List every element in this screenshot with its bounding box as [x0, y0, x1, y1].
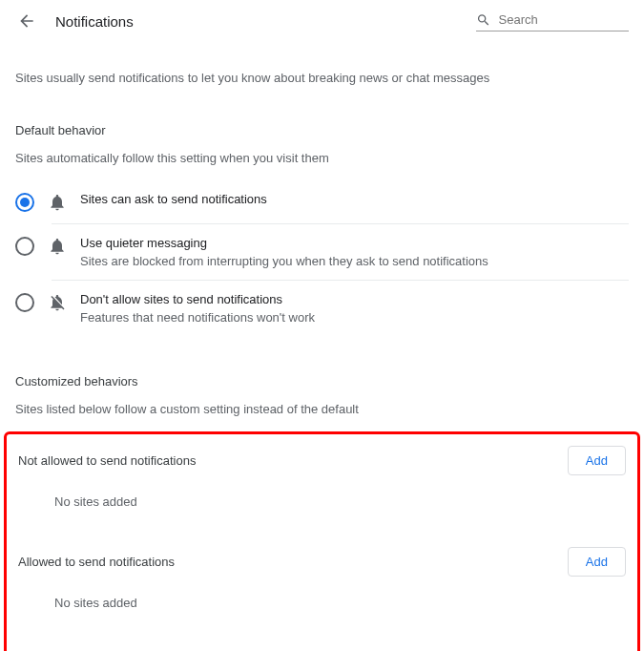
back-button[interactable]: [15, 10, 38, 32]
option-desc: Features that need notifications won't w…: [80, 310, 315, 325]
not-allowed-title: Not allowed to send notifications: [18, 453, 196, 468]
intro-text: Sites usually send notifications to let …: [15, 71, 629, 85]
option-ask[interactable]: Sites can ask to send notifications: [15, 180, 629, 223]
allowed-empty: No sites added: [18, 596, 626, 610]
bell-icon: [48, 193, 67, 212]
search-field[interactable]: [476, 11, 629, 32]
search-icon: [476, 11, 491, 29]
bell-off-icon: [48, 293, 67, 312]
radio-unselected[interactable]: [15, 237, 34, 256]
search-input[interactable]: [497, 11, 629, 28]
arrow-left-icon: [17, 11, 36, 31]
radio-selected[interactable]: [15, 193, 34, 212]
default-behavior-heading: Default behavior: [15, 123, 629, 137]
allowed-title: Allowed to send notifications: [18, 555, 175, 569]
option-title: Sites can ask to send notifications: [80, 192, 267, 206]
option-desc: Sites are blocked from interrupting you …: [80, 254, 488, 268]
not-allowed-empty: No sites added: [18, 494, 626, 509]
default-behavior-subheading: Sites automatically follow this setting …: [15, 151, 629, 165]
custom-subheading: Sites listed below follow a custom setti…: [15, 402, 629, 416]
option-title: Don't allow sites to send notifications: [80, 292, 315, 306]
add-allowed-button[interactable]: Add: [568, 547, 626, 577]
radio-unselected[interactable]: [15, 293, 34, 312]
option-dont-allow[interactable]: Don't allow sites to send notifications …: [15, 281, 629, 336]
option-quieter[interactable]: Use quieter messaging Sites are blocked …: [15, 224, 629, 280]
bell-icon: [48, 237, 67, 256]
add-not-allowed-button[interactable]: Add: [568, 446, 626, 475]
highlight-box: Not allowed to send notifications Add No…: [4, 431, 640, 651]
option-title: Use quieter messaging: [80, 236, 488, 250]
page-title: Notifications: [55, 13, 476, 30]
custom-heading: Customized behaviors: [15, 374, 629, 388]
